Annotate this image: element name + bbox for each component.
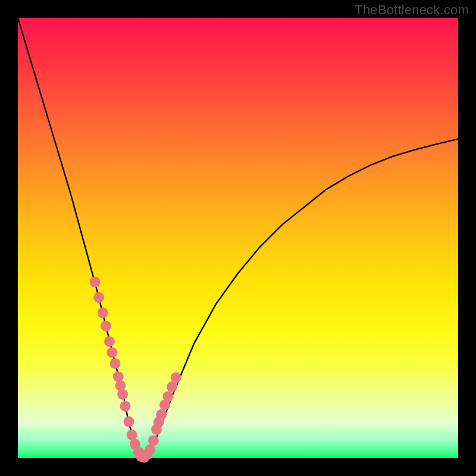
data-marker — [90, 277, 101, 287]
data-marker — [120, 401, 131, 412]
chart-frame: TheBottleneck.com — [0, 0, 476, 476]
chart-svg — [18, 18, 458, 458]
data-marker — [162, 391, 173, 402]
bottleneck-curve — [18, 18, 458, 458]
data-marker — [93, 292, 104, 303]
watermark-text: TheBottleneck.com — [355, 2, 469, 18]
plot-area — [18, 18, 458, 458]
data-marker — [145, 444, 155, 455]
data-marker — [98, 308, 108, 318]
data-marker — [104, 336, 115, 347]
data-marker — [101, 321, 111, 331]
data-marker — [148, 435, 159, 446]
data-marker — [117, 389, 128, 400]
data-marker — [110, 358, 121, 369]
data-marker — [171, 372, 181, 383]
data-marker — [156, 409, 167, 420]
data-marker — [127, 430, 137, 440]
data-marker — [123, 416, 134, 427]
data-marker — [107, 347, 117, 358]
data-markers — [90, 277, 181, 463]
data-marker — [167, 381, 177, 392]
